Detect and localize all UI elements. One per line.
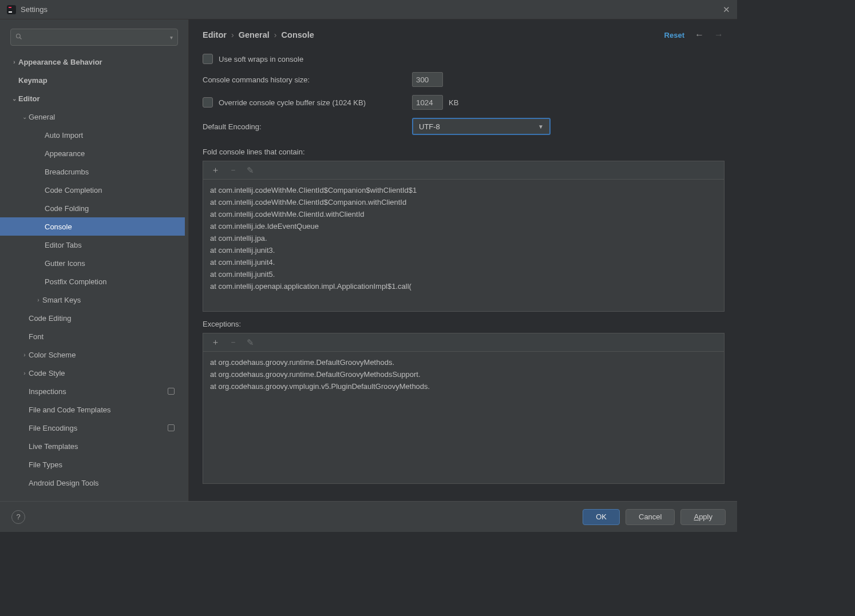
- chevron-right-icon: ›: [231, 30, 234, 39]
- footer: ? OK Cancel Apply: [0, 501, 737, 532]
- soft-wraps-checkbox[interactable]: [203, 54, 213, 64]
- list-item[interactable]: at com.intellij.junit5.: [205, 268, 722, 280]
- sidebar-item-label: Editor Tabs: [45, 241, 82, 249]
- sidebar-item-live-templates[interactable]: Live Templates: [0, 437, 185, 455]
- header-row: Editor › General › Console Reset ← →: [203, 30, 737, 40]
- sidebar-item-gutter-icons[interactable]: Gutter Icons: [0, 254, 185, 272]
- breadcrumb-general[interactable]: General: [239, 30, 270, 39]
- override-buffer-checkbox[interactable]: [203, 97, 213, 108]
- edit-icon[interactable]: ✎: [247, 165, 254, 176]
- sidebar-item-breadcrumbs[interactable]: Breadcrumbs: [0, 162, 185, 181]
- sidebar-item-file-types[interactable]: File Types: [0, 455, 185, 474]
- history-size-input[interactable]: [412, 72, 443, 87]
- sidebar-item-label: Smart Keys: [42, 296, 81, 304]
- list-item[interactable]: at com.intellij.junit4.: [205, 256, 722, 268]
- exceptions-section-label: Exceptions:: [203, 320, 725, 328]
- back-arrow-icon[interactable]: ←: [695, 30, 704, 40]
- exceptions-list[interactable]: at org.codehaus.groovy.runtime.DefaultGr…: [203, 351, 725, 484]
- help-icon[interactable]: ?: [11, 510, 25, 524]
- chevron-right-icon: ›: [21, 370, 29, 376]
- sidebar-item-label: Color Scheme: [29, 351, 76, 359]
- sidebar-item-smart-keys[interactable]: ›Smart Keys: [0, 291, 185, 309]
- ok-button[interactable]: OK: [583, 509, 620, 525]
- sidebar-item-label: Keymap: [18, 76, 48, 85]
- chevron-right-icon: ›: [274, 30, 277, 39]
- sidebar-item-appearance-behavior[interactable]: ›Appearance & Behavior: [0, 53, 185, 71]
- list-item[interactable]: at com.intellij.jpa.: [205, 232, 722, 244]
- forward-arrow-icon[interactable]: →: [714, 30, 723, 40]
- chevron-down-icon: ⌄: [10, 96, 18, 102]
- sidebar-item-appearance[interactable]: Appearance: [0, 144, 185, 162]
- sidebar-item-label: Editor: [18, 94, 40, 103]
- breadcrumb-editor[interactable]: Editor: [203, 30, 227, 39]
- sidebar-item-editor-tabs[interactable]: Editor Tabs: [0, 236, 185, 254]
- sidebar-item-label: Code Style: [29, 369, 65, 377]
- sidebar-item-auto-import[interactable]: Auto Import: [0, 126, 185, 144]
- sidebar-item-color-scheme[interactable]: ›Color Scheme: [0, 345, 185, 364]
- sidebar-item-postfix-completion[interactable]: Postfix Completion: [0, 272, 185, 291]
- chevron-right-icon: ›: [34, 297, 42, 303]
- search-input[interactable]: ▾: [10, 29, 178, 46]
- sidebar-item-font[interactable]: Font: [0, 327, 185, 345]
- fold-list[interactable]: at com.intellij.codeWithMe.ClientId$Comp…: [203, 179, 725, 312]
- sidebar-item-file-encodings[interactable]: File Encodings: [0, 419, 185, 437]
- sidebar-item-file-code-templates[interactable]: File and Code Templates: [0, 400, 185, 419]
- sidebar-item-code-editing[interactable]: Code Editing: [0, 309, 185, 327]
- sidebar-item-label: File Types: [29, 460, 62, 469]
- apply-button[interactable]: Apply: [680, 509, 726, 525]
- add-icon[interactable]: ＋: [211, 337, 220, 348]
- encoding-select[interactable]: UTF-8 ▼: [412, 118, 551, 135]
- list-item[interactable]: at com.intellij.codeWithMe.ClientId$Comp…: [205, 196, 722, 208]
- sidebar-item-label: General: [29, 113, 55, 121]
- list-item[interactable]: at org.codehaus.groovy.runtime.DefaultGr…: [205, 356, 722, 368]
- sidebar-item-inspections[interactable]: Inspections: [0, 382, 185, 400]
- sidebar-item-general[interactable]: ⌄General: [0, 108, 185, 126]
- reset-link[interactable]: Reset: [664, 31, 684, 39]
- sidebar-item-label: Console: [45, 222, 72, 231]
- sidebar-item-code-folding[interactable]: Code Folding: [0, 199, 185, 217]
- list-item[interactable]: at com.intellij.codeWithMe.ClientId.with…: [205, 208, 722, 220]
- svg-rect-1: [9, 7, 11, 8]
- exceptions-toolbar: ＋ － ✎: [203, 333, 725, 351]
- list-item[interactable]: at com.intellij.codeWithMe.ClientId$Comp…: [205, 184, 722, 196]
- sidebar-item-editor[interactable]: ⌄Editor: [0, 89, 185, 108]
- list-item[interactable]: at com.intellij.junit3.: [205, 244, 722, 256]
- apply-button-label: Apply: [694, 512, 712, 521]
- sidebar-item-label: Gutter Icons: [45, 259, 85, 268]
- remove-icon[interactable]: －: [229, 165, 238, 176]
- settings-tree[interactable]: ›Appearance & Behavior Keymap ⌄Editor ⌄G…: [0, 53, 188, 501]
- sidebar-item-label: File and Code Templates: [29, 406, 111, 414]
- remove-icon[interactable]: －: [229, 337, 238, 348]
- sidebar-item-label: Auto Import: [45, 131, 83, 140]
- list-item[interactable]: at com.intellij.ide.IdeEventQueue: [205, 220, 722, 232]
- svg-rect-2: [9, 11, 12, 13]
- cancel-button-label: Cancel: [639, 512, 662, 521]
- close-icon[interactable]: ✕: [723, 5, 730, 15]
- override-buffer-input[interactable]: [412, 95, 443, 110]
- list-item[interactable]: at org.codehaus.groovy.runtime.DefaultGr…: [205, 368, 722, 380]
- cancel-button[interactable]: Cancel: [626, 509, 675, 525]
- sidebar-item-label: Code Completion: [45, 186, 102, 194]
- svg-point-3: [17, 34, 21, 38]
- sidebar-item-label: Appearance & Behavior: [18, 58, 102, 66]
- search-field[interactable]: [25, 33, 170, 42]
- svg-rect-0: [7, 5, 16, 14]
- sidebar-item-android-design-tools[interactable]: Android Design Tools: [0, 474, 185, 492]
- list-item[interactable]: at org.codehaus.groovy.vmplugin.v5.Plugi…: [205, 380, 722, 392]
- window-title: Settings: [21, 5, 48, 14]
- sidebar-item-label: Code Editing: [29, 314, 71, 323]
- sidebar-item-keymap[interactable]: Keymap: [0, 71, 185, 89]
- sidebar-item-label: File Encodings: [29, 424, 77, 432]
- history-size-label: Console commands history size:: [203, 75, 406, 84]
- chevron-down-icon: ⌄: [21, 114, 29, 120]
- add-icon[interactable]: ＋: [211, 165, 220, 176]
- chevron-down-icon: ▾: [170, 34, 173, 41]
- sidebar-item-code-style[interactable]: ›Code Style: [0, 364, 185, 382]
- list-item[interactable]: at com.intellij.openapi.application.impl…: [205, 280, 722, 292]
- sidebar-item-code-completion[interactable]: Code Completion: [0, 181, 185, 199]
- chevron-right-icon: ›: [21, 352, 29, 358]
- encoding-value: UTF-8: [419, 122, 440, 131]
- edit-icon[interactable]: ✎: [247, 337, 254, 348]
- sidebar-item-console[interactable]: Console: [0, 217, 185, 236]
- override-buffer-label: Override console cycle buffer size (1024…: [219, 98, 406, 107]
